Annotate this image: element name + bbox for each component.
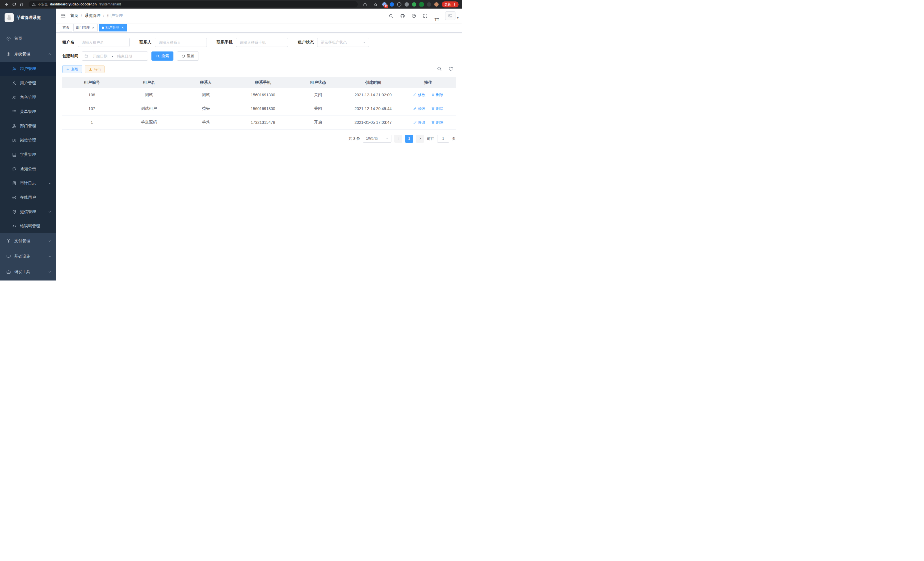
sidebar-item-label: 支付管理 — [14, 238, 48, 244]
cell-id: 108 — [62, 88, 122, 102]
bookmark-star-icon[interactable] — [372, 1, 379, 8]
goto-page-input[interactable] — [437, 135, 449, 143]
cell-mobile: 15601691300 — [236, 88, 291, 102]
filter-tenant-name: 租户名 — [62, 38, 130, 47]
sidebar-item-post[interactable]: 岗位管理 — [0, 133, 56, 147]
sidebar-item-system[interactable]: 系统管理 — [0, 46, 56, 62]
sidebar: 芋道管理系统 首页 系统管理 租户管理 — [0, 9, 56, 281]
list-icon — [12, 110, 16, 114]
app-logo[interactable]: 芋道管理系统 — [0, 9, 56, 27]
trash-icon — [431, 107, 435, 110]
share-icon[interactable] — [361, 1, 369, 8]
sidebar-item-user[interactable]: 用户管理 — [0, 76, 56, 90]
url-path: /system/tenant — [99, 2, 121, 6]
select-placeholder: 请选择租户状态 — [321, 40, 363, 45]
chevron-down-icon — [48, 239, 51, 243]
extension-icon[interactable] — [419, 2, 424, 7]
cell-actions: 修改 删除 — [400, 116, 456, 129]
prev-page-button[interactable] — [394, 135, 402, 143]
next-page-button[interactable] — [416, 135, 424, 143]
github-icon[interactable] — [397, 10, 407, 21]
tenant-table: 租户编号 租户名 联系人 联系手机 租户状态 创建时间 操作 108 测试 — [62, 77, 456, 129]
sidebar-item-dept[interactable]: 部门管理 — [0, 119, 56, 133]
filter-row-2: 创建时间 - 搜索 重置 — [62, 51, 456, 61]
sidebar-item-home[interactable]: 首页 — [0, 31, 56, 46]
help-icon[interactable] — [409, 10, 419, 21]
extension-icon[interactable] — [427, 2, 431, 7]
export-button[interactable]: 导出 — [85, 65, 105, 73]
extension-icon[interactable] — [390, 2, 394, 7]
mobile-input[interactable] — [236, 38, 288, 47]
tag-tenant[interactable]: 租户管理 × — [99, 24, 127, 32]
reload-button[interactable] — [10, 1, 18, 8]
extension-icon[interactable] — [412, 2, 416, 7]
tenant-name-input[interactable] — [78, 38, 130, 47]
extension-icon[interactable]: 10 — [382, 2, 387, 7]
breadcrumb-home[interactable]: 首页 — [70, 13, 78, 18]
reset-button[interactable]: 重置 — [177, 51, 199, 61]
font-size-icon[interactable]: TT — [431, 10, 442, 21]
sidebar-item-menu[interactable]: 菜单管理 — [0, 105, 56, 119]
app-title: 芋道管理系统 — [16, 15, 40, 20]
search-button[interactable]: 搜索 — [152, 51, 173, 61]
chevron-left-icon — [397, 137, 400, 140]
start-date-input[interactable] — [89, 54, 111, 58]
monitor-icon — [6, 254, 11, 259]
cell-status: 关闭 — [291, 88, 346, 102]
sidebar-item-payment[interactable]: 支付管理 — [0, 233, 56, 249]
sidebar-item-dict[interactable]: 字典管理 — [0, 147, 56, 162]
close-icon[interactable]: × — [91, 26, 95, 30]
chevron-right-icon — [418, 137, 422, 140]
system-submenu: 租户管理 用户管理 角色管理 菜单管理 — [0, 62, 56, 233]
edit-link[interactable]: 修改 — [413, 92, 425, 98]
page-size-select[interactable]: 10条/页 — [363, 135, 392, 143]
sidebar-item-infra[interactable]: 基础设施 — [0, 249, 56, 264]
field-label: 租户状态 — [298, 40, 314, 45]
sidebar-item-devtools[interactable]: 研发工具 — [0, 264, 56, 280]
profile-avatar[interactable] — [434, 2, 439, 7]
search-icon[interactable] — [386, 10, 396, 21]
people-icon — [12, 95, 16, 100]
delete-link[interactable]: 删除 — [431, 120, 443, 125]
page-number-1[interactable]: 1 — [405, 135, 413, 143]
sidebar-collapse-icon[interactable] — [56, 9, 70, 23]
status-select[interactable]: 请选择租户状态 — [317, 38, 369, 47]
sidebar-item-sms[interactable]: 短信管理 — [0, 205, 56, 219]
calendar-icon — [84, 54, 88, 58]
back-button[interactable] — [3, 1, 10, 8]
end-date-input[interactable] — [114, 54, 135, 58]
url-bar[interactable]: 不安全 dashboard.yudao.iocoder.cn/system/te… — [28, 1, 358, 8]
tag-label: 首页 — [63, 25, 69, 30]
extension-icon[interactable] — [397, 2, 401, 7]
sidebar-item-audit-log[interactable]: 审计日志 — [0, 176, 56, 190]
sidebar-item-errcode[interactable]: 错误码管理 — [0, 219, 56, 233]
column-header: 创建时间 — [345, 77, 400, 88]
chrome-update-button[interactable]: 更新 — [442, 2, 459, 8]
refresh-button[interactable] — [448, 66, 454, 72]
contact-input[interactable] — [155, 38, 207, 47]
edit-link[interactable]: 修改 — [413, 120, 425, 125]
tag-dept[interactable]: 部门管理 × — [74, 24, 98, 32]
people-icon — [12, 67, 16, 71]
home-button[interactable] — [18, 1, 25, 8]
close-icon[interactable]: × — [121, 26, 124, 30]
toggle-search-button[interactable] — [437, 66, 442, 72]
delete-link[interactable]: 删除 — [431, 106, 443, 111]
breadcrumb: 首页 / 系统管理 / 租户管理 — [70, 13, 123, 18]
tag-home[interactable]: 首页 — [60, 24, 72, 32]
sidebar-item-notice[interactable]: 通知公告 — [0, 162, 56, 176]
caret-down-icon: ▾ — [457, 16, 459, 20]
date-range-picker[interactable]: - — [82, 51, 148, 61]
delete-link[interactable]: 删除 — [431, 92, 443, 98]
breadcrumb-system[interactable]: 系统管理 — [85, 13, 100, 18]
sidebar-item-tenant[interactable]: 租户管理 — [0, 62, 56, 76]
logo-image — [4, 13, 14, 22]
add-button[interactable]: 新增 — [62, 65, 82, 73]
sidebar-item-label: 系统管理 — [14, 51, 48, 57]
fullscreen-icon[interactable] — [420, 10, 430, 21]
edit-link[interactable]: 修改 — [413, 106, 425, 111]
extension-icon[interactable] — [405, 2, 409, 7]
sidebar-item-role[interactable]: 角色管理 — [0, 90, 56, 105]
user-avatar-menu[interactable]: ▾ — [445, 11, 459, 20]
sidebar-item-online-user[interactable]: 在线用户 — [0, 190, 56, 205]
